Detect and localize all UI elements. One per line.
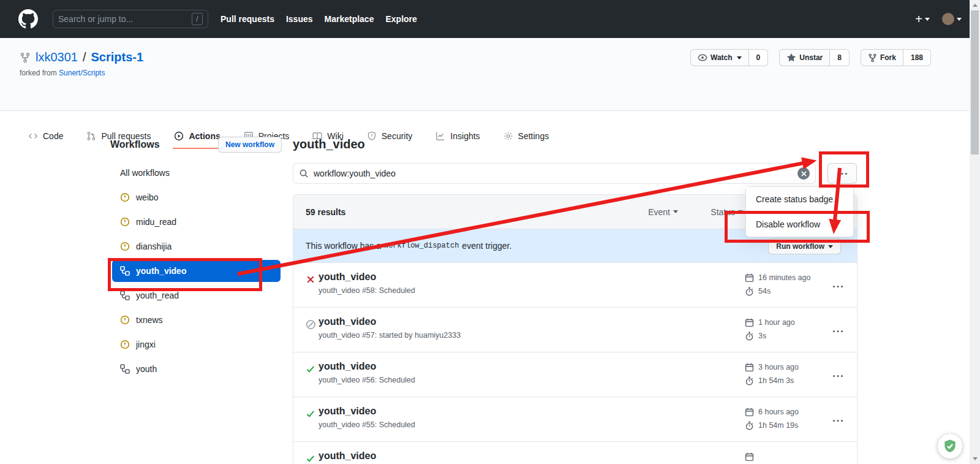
user-menu[interactable] [942,13,962,25]
run-duration: 1h 54m 3s [758,376,794,385]
run-title-link[interactable]: youth_video [318,451,376,462]
runs-search-box [293,163,816,184]
run-title-link[interactable]: youth_video [318,316,461,327]
run-title-link[interactable]: youth_video [318,272,415,283]
tab-label: Code [43,131,63,141]
calendar-icon [745,363,754,372]
run-info: youth_video youth_video #58: Scheduled [318,272,415,295]
run-title-link[interactable]: youth_video [318,406,415,417]
nav-pull-requests[interactable]: Pull requests [221,14,274,24]
new-workflow-button[interactable]: New workflow [218,137,282,153]
annotation-box-options-button [819,151,869,188]
alert-icon [120,315,130,325]
run-time: 1 hour ago [758,318,795,327]
stopwatch-icon [745,287,754,296]
github-logo-icon[interactable] [18,9,38,29]
run-options-button[interactable] [832,369,843,380]
run-meta: 3 hours ago 1h 54m 3s [745,360,799,387]
sidebar-item-dianshijia[interactable]: dianshijia [110,234,282,259]
repo-name-link[interactable]: Scripts-1 [91,50,144,64]
run-title-link[interactable]: youth_video [318,361,415,372]
sidebar-item-youth[interactable]: youth [110,357,282,381]
star-count[interactable]: 8 [830,49,850,66]
scrollbar-thumb[interactable] [971,10,979,154]
workflow-icon [120,291,130,300]
run-row: youth_video [293,441,857,464]
alert-icon [120,242,130,251]
forked-from-text: forked from [20,69,57,77]
fork-count[interactable]: 188 [903,49,931,66]
run-description: youth_video #56: Scheduled [318,376,415,384]
runs-search-input[interactable] [314,169,793,178]
run-description: youth_video #57: started by huamiyu2333 [318,331,461,340]
tab-insights[interactable]: Insights [434,124,481,149]
run-options-button[interactable] [832,280,843,291]
adblock-shield-button[interactable] [938,434,962,458]
page-title: youth_video [293,137,365,151]
repository-header: lxk0301 / Scripts-1 forked from Sunert/S… [0,38,980,111]
repo-separator: / [83,50,86,64]
workflow-label: dianshijia [136,242,172,251]
run-time: 16 minutes ago [758,273,810,282]
clear-search-button[interactable] [797,167,810,180]
run-info: youth_video youth_video #55: Scheduled [318,406,415,429]
event-filter-dropdown[interactable]: Event [648,207,678,217]
stopwatch-icon [745,421,754,430]
top-navigation-bar: / Pull requests Issues Marketplace Explo… [0,0,980,38]
plus-icon: + [915,13,922,25]
git-pull-request-icon [86,131,96,141]
chevron-down-icon [828,245,833,248]
avatar [942,13,954,25]
tab-security[interactable]: Security [366,124,414,149]
calendar-icon [745,408,754,417]
run-options-button[interactable] [832,324,843,335]
nav-explore[interactable]: Explore [385,14,417,24]
scrollbar-down-arrow[interactable] [970,454,980,464]
tab-settings[interactable]: Settings [502,124,551,149]
sidebar-item-all-workflows[interactable]: All workflows [110,161,282,185]
banner-code: workflow_dispatch [384,242,459,250]
fork-source-link[interactable]: Sunert/Scripts [59,69,105,77]
tab-label: Security [382,131,413,141]
code-icon [28,131,38,141]
calendar-icon [745,273,754,283]
global-search-input[interactable] [58,14,192,24]
scrollbar-up-arrow[interactable] [970,0,980,10]
repo-forked-icon [868,53,877,63]
repo-forked-icon [20,52,31,63]
banner-text: event trigger. [462,241,511,251]
run-row: youth_video youth_video #56: Scheduled 3… [293,352,857,397]
run-info: youth_video youth_video #57: started by … [318,316,461,340]
run-info: youth_video youth_video #56: Scheduled [318,361,415,384]
sidebar-item-weibo[interactable]: weibo [110,185,282,210]
topbar-right-controls: + [915,13,962,25]
x-circle-icon [306,275,315,287]
event-filter-label: Event [648,207,670,217]
top-nav-links: Pull requests Issues Marketplace Explore [221,14,417,24]
fork-button[interactable]: Fork [861,49,903,66]
tab-code[interactable]: Code [27,124,64,149]
workflow-label: txnews [136,315,163,325]
nav-issues[interactable]: Issues [286,14,313,24]
page-scrollbar[interactable] [970,0,980,464]
check-icon [306,454,315,464]
nav-marketplace[interactable]: Marketplace [325,14,374,24]
menu-item-create-status-badge[interactable]: Create status badge [746,187,853,211]
sidebar-item-midu-read[interactable]: midu_read [110,210,282,234]
run-workflow-label: Run workflow [776,242,824,251]
watch-count[interactable]: 0 [749,49,769,66]
sidebar-item-txnews[interactable]: txnews [110,308,282,332]
run-meta: 1 hour ago 3s [745,316,795,343]
workflow-label: youth_read [136,291,179,300]
run-options-button[interactable] [832,414,843,425]
sidebar-item-jingxi[interactable]: jingxi [110,332,282,357]
run-options-button[interactable] [832,458,843,464]
green-shield-check-icon [942,438,958,454]
unstar-button[interactable]: Unstar [779,49,830,66]
create-new-dropdown[interactable]: + [915,13,930,25]
calendar-icon [745,452,754,462]
annotation-box-youth-video [108,258,262,291]
watch-button[interactable]: Watch [690,49,749,66]
repo-owner-link[interactable]: lxk0301 [36,50,78,64]
repository-title: lxk0301 / Scripts-1 [20,50,143,64]
